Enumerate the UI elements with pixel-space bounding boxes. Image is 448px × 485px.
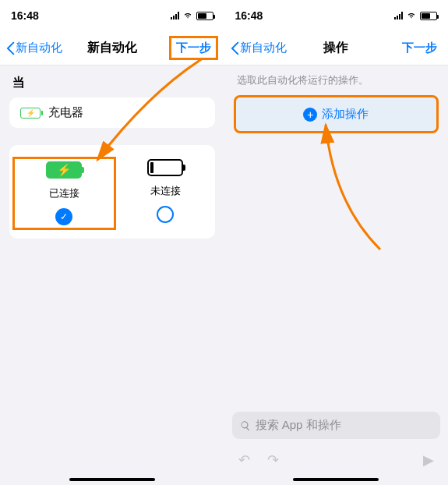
option-connected-label: 已连接 (49, 186, 79, 200)
cellular-icon (171, 12, 179, 19)
status-icons (394, 9, 437, 22)
play-icon[interactable]: ▶ (423, 451, 434, 469)
redo-icon[interactable]: ↷ (267, 451, 279, 469)
cellular-icon (394, 12, 403, 19)
home-indicator (69, 478, 155, 481)
content-area: 当 ⚡ 充电器 ⚡ 已连接 ✓ 未连接 (0, 65, 224, 472)
nav-title: 操作 (323, 40, 348, 56)
toolbar: ↶ ↷ ▶ (224, 444, 449, 472)
option-connected[interactable]: ⚡ 已连接 ✓ (12, 157, 116, 230)
description-text: 选取此自动化将运行的操作。 (237, 73, 436, 87)
search-icon (240, 420, 251, 431)
charger-label: 充电器 (48, 105, 83, 120)
back-label: 新自动化 (240, 41, 287, 55)
section-when-label: 当 (12, 75, 212, 91)
chevron-left-icon (6, 41, 16, 55)
screen-new-automation: 16:48 新自动化 新自动化 下一步 当 ⚡ 充电器 ⚡ (0, 0, 224, 485)
radio-selected-icon: ✓ (55, 208, 72, 225)
options-card: ⚡ 已连接 ✓ 未连接 (9, 145, 215, 239)
status-bar: 16:48 (0, 0, 224, 31)
undo-icon[interactable]: ↶ (238, 451, 250, 469)
charger-icon: ⚡ (20, 108, 41, 119)
add-action-button[interactable]: + 添加操作 (234, 95, 439, 133)
add-action-label: 添加操作 (322, 107, 369, 122)
plus-icon: + (303, 108, 317, 122)
wifi-icon (406, 9, 417, 22)
home-indicator (293, 478, 379, 481)
battery-status-icon (196, 12, 213, 20)
status-time: 16:48 (11, 9, 39, 22)
nav-bar: 新自动化 新自动化 下一步 (0, 31, 224, 65)
option-disconnected-label: 未连接 (150, 184, 181, 198)
search-input[interactable]: 搜索 App 和操作 (232, 412, 441, 439)
trigger-charger-row[interactable]: ⚡ 充电器 (9, 97, 215, 128)
next-button[interactable]: 下一步 (169, 36, 218, 60)
option-disconnected[interactable]: 未连接 (116, 159, 215, 228)
screen-actions: 16:48 新自动化 操作 下一步 选取此自动化将运行的操作。 + 添加操作 (224, 0, 449, 485)
battery-empty-icon (147, 159, 183, 176)
back-button[interactable]: 新自动化 (6, 41, 62, 55)
status-time: 16:48 (235, 9, 263, 22)
radio-unselected-icon (157, 206, 174, 223)
battery-status-icon (420, 12, 437, 20)
nav-bar: 新自动化 操作 下一步 (224, 31, 449, 65)
search-placeholder: 搜索 App 和操作 (256, 418, 341, 433)
wifi-icon (182, 9, 193, 22)
status-icons (171, 9, 213, 22)
status-bar: 16:48 (224, 0, 449, 31)
back-label: 新自动化 (16, 41, 62, 55)
content-area: 选取此自动化将运行的操作。 + 添加操作 (224, 65, 449, 412)
nav-title: 新自动化 (87, 40, 137, 56)
battery-charging-icon: ⚡ (46, 161, 82, 179)
next-button[interactable]: 下一步 (397, 38, 442, 58)
chevron-left-icon (231, 41, 240, 55)
back-button[interactable]: 新自动化 (231, 41, 287, 55)
keyboard-accessory: 搜索 App 和操作 ↶ ↷ ▶ (224, 412, 449, 472)
